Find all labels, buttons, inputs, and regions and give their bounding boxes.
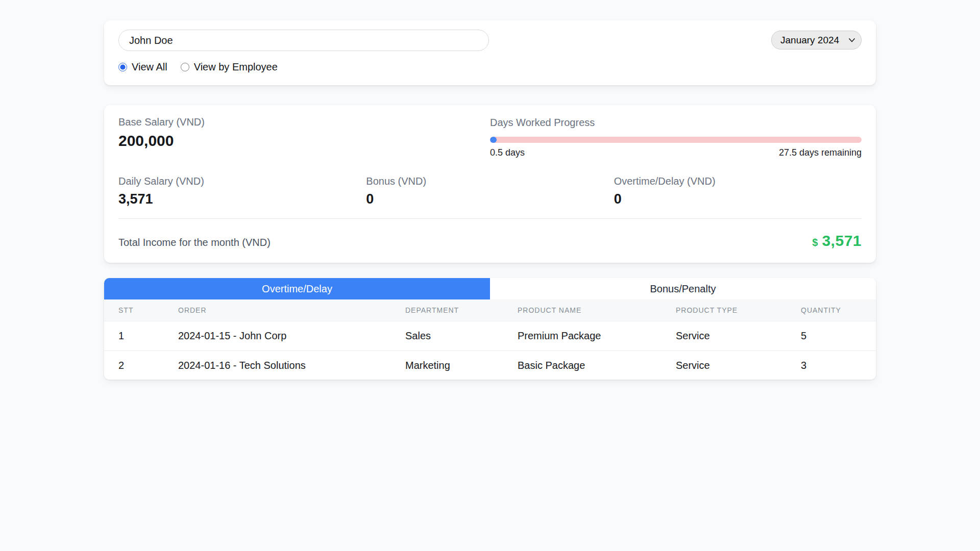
overtime-value: 0 <box>614 191 862 207</box>
table-header-row: STT ORDER DEPARTMENT PRODUCT NAME PRODUC… <box>104 299 876 321</box>
days-worked-text: 0.5 days <box>490 147 525 158</box>
summary-row-2: Daily Salary (VND) 3,571 Bonus (VND) 0 O… <box>118 176 862 207</box>
header-product-name: PRODUCT NAME <box>518 306 676 314</box>
cell-order: 2024-01-15 - John Corp <box>178 330 405 342</box>
radio-view-by-employee[interactable]: View by Employee <box>181 61 278 73</box>
days-progress-block: Days Worked Progress 0.5 days 27.5 days … <box>490 116 862 158</box>
cell-product-name: Premium Package <box>518 330 676 342</box>
daily-salary-block: Daily Salary (VND) 3,571 <box>118 176 366 207</box>
cell-stt: 1 <box>118 330 178 342</box>
total-income-value: $3,571 <box>812 232 862 249</box>
overtime-label: Overtime/Delay (VND) <box>614 176 862 187</box>
month-select[interactable]: January 2024 <box>771 31 862 49</box>
salary-summary-card: Base Salary (VND) 200,000 Days Worked Pr… <box>104 105 876 263</box>
total-income-row: Total Income for the month (VND) $3,571 <box>118 219 862 249</box>
tab-overtime-delay[interactable]: Overtime/Delay <box>104 278 490 299</box>
cell-stt: 2 <box>118 360 178 371</box>
table-row: 2 2024-01-16 - Tech Solutions Marketing … <box>104 350 876 380</box>
cell-department: Marketing <box>405 360 518 371</box>
table-row: 1 2024-01-15 - John Corp Sales Premium P… <box>104 321 876 350</box>
radio-view-by-employee-input[interactable] <box>181 63 189 71</box>
cell-product-name: Basic Package <box>518 360 676 371</box>
cell-order: 2024-01-16 - Tech Solutions <box>178 360 405 371</box>
daily-salary-value: 3,571 <box>118 191 366 207</box>
daily-salary-label: Daily Salary (VND) <box>118 176 366 187</box>
month-select-wrap: January 2024 <box>771 31 862 49</box>
cell-department: Sales <box>405 330 518 342</box>
days-progress-label: Days Worked Progress <box>490 117 862 129</box>
filter-card: January 2024 View All View by Employee <box>104 20 876 85</box>
page-container: January 2024 View All View by Employee B… <box>104 20 876 380</box>
days-progress-bar <box>490 137 862 143</box>
base-salary-block: Base Salary (VND) 200,000 <box>118 116 490 158</box>
header-department: DEPARTMENT <box>405 306 518 314</box>
header-order: ORDER <box>178 306 405 314</box>
tab-bar: Overtime/Delay Bonus/Penalty <box>104 278 876 299</box>
total-income-label: Total Income for the month (VND) <box>118 237 271 248</box>
cell-quantity: 5 <box>801 330 876 342</box>
bonus-value: 0 <box>366 191 614 207</box>
summary-row-1: Base Salary (VND) 200,000 Days Worked Pr… <box>118 116 862 158</box>
cell-product-type: Service <box>676 330 801 342</box>
header-quantity: QUANTITY <box>801 306 876 314</box>
filter-row: January 2024 <box>118 30 862 51</box>
radio-view-all[interactable]: View All <box>118 61 167 73</box>
days-remaining-text: 27.5 days remaining <box>779 147 862 158</box>
cell-product-type: Service <box>676 360 801 371</box>
view-mode-radio-group: View All View by Employee <box>118 61 862 73</box>
radio-view-all-input[interactable] <box>118 63 127 71</box>
cell-quantity: 3 <box>801 360 876 371</box>
overtime-block: Overtime/Delay (VND) 0 <box>614 176 862 207</box>
tab-bonus-penalty[interactable]: Bonus/Penalty <box>490 278 876 299</box>
total-amount: 3,571 <box>822 232 862 249</box>
currency-symbol: $ <box>812 237 818 248</box>
radio-view-all-label: View All <box>132 61 167 73</box>
header-stt: STT <box>118 306 178 314</box>
days-progress-fill <box>490 137 497 143</box>
days-progress-caption: 0.5 days 27.5 days remaining <box>490 147 862 158</box>
employee-name-input[interactable] <box>118 30 489 51</box>
bonus-label: Bonus (VND) <box>366 176 614 187</box>
bonus-block: Bonus (VND) 0 <box>366 176 614 207</box>
radio-view-by-employee-label: View by Employee <box>194 61 278 73</box>
header-product-type: PRODUCT TYPE <box>676 306 801 314</box>
base-salary-label: Base Salary (VND) <box>118 116 490 128</box>
details-table-card: Overtime/Delay Bonus/Penalty STT ORDER D… <box>104 278 876 380</box>
base-salary-value: 200,000 <box>118 132 490 149</box>
